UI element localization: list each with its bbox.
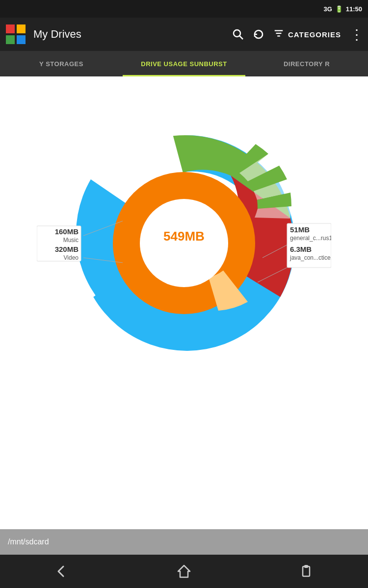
refresh-button[interactable] — [253, 28, 264, 40]
categories-button[interactable]: CATEGORIES — [273, 28, 341, 41]
svg-rect-2 — [6, 35, 15, 44]
svg-marker-17 — [178, 565, 190, 577]
center-size-label: 549MB — [163, 229, 205, 244]
status-icons: 3G 🔋 11:50 — [323, 5, 362, 13]
status-bar: 3G 🔋 11:50 — [0, 0, 368, 18]
path-text: /mnt/sdcard — [8, 538, 49, 546]
tab-directory-label: DIRECTORY R — [284, 60, 330, 68]
app-logo — [5, 24, 26, 45]
search-button[interactable] — [232, 28, 244, 40]
svg-rect-3 — [17, 35, 26, 44]
svg-rect-1 — [17, 24, 26, 33]
svg-text:Music: Music — [63, 237, 79, 244]
svg-text:51MB: 51MB — [290, 225, 310, 234]
tab-directory[interactable]: DIRECTORY R — [245, 51, 368, 76]
svg-text:160MB: 160MB — [55, 227, 79, 236]
svg-text:Video: Video — [64, 254, 79, 261]
bottom-nav — [0, 555, 368, 588]
svg-text:320MB: 320MB — [55, 245, 79, 253]
main-content: 549MB 160MB Music 320MB Video 51MB gener… — [0, 76, 368, 566]
app-bar-actions: CATEGORIES ⋮ — [232, 26, 363, 43]
tab-sunburst-label: DRIVE USAGE SUNBURST — [141, 60, 227, 68]
home-button[interactable] — [176, 564, 192, 579]
filter-icon — [273, 28, 284, 41]
app-title: My Drives — [33, 28, 225, 41]
tab-bar: Y STORAGES DRIVE USAGE SUNBURST DIRECTOR… — [0, 51, 368, 76]
svg-line-5 — [239, 36, 243, 40]
tab-storages[interactable]: Y STORAGES — [0, 51, 123, 76]
app-bar: My Drives CATEGORIES ⋮ — [0, 18, 368, 51]
svg-rect-0 — [6, 24, 15, 33]
svg-text:java_con...ctice.pdf: java_con...ctice.pdf — [289, 254, 331, 261]
path-bar: /mnt/sdcard — [0, 529, 368, 555]
tab-sunburst[interactable]: DRIVE USAGE SUNBURST — [123, 51, 245, 76]
svg-text:6.3MB: 6.3MB — [290, 245, 312, 253]
recents-button[interactable] — [299, 564, 315, 579]
svg-text:general_c...rus1.pdf: general_c...rus1.pdf — [290, 235, 331, 242]
battery-icon: 🔋 — [335, 5, 343, 13]
time-display: 11:50 — [346, 5, 362, 13]
back-button[interactable] — [53, 564, 69, 579]
network-indicator: 3G — [323, 5, 332, 13]
more-menu-button[interactable]: ⋮ — [350, 26, 363, 43]
sunburst-chart[interactable]: 549MB 160MB Music 320MB Video 51MB gener… — [37, 91, 331, 395]
svg-point-4 — [234, 30, 240, 37]
tab-storages-label: Y STORAGES — [39, 60, 83, 68]
categories-label: CATEGORIES — [288, 30, 341, 39]
